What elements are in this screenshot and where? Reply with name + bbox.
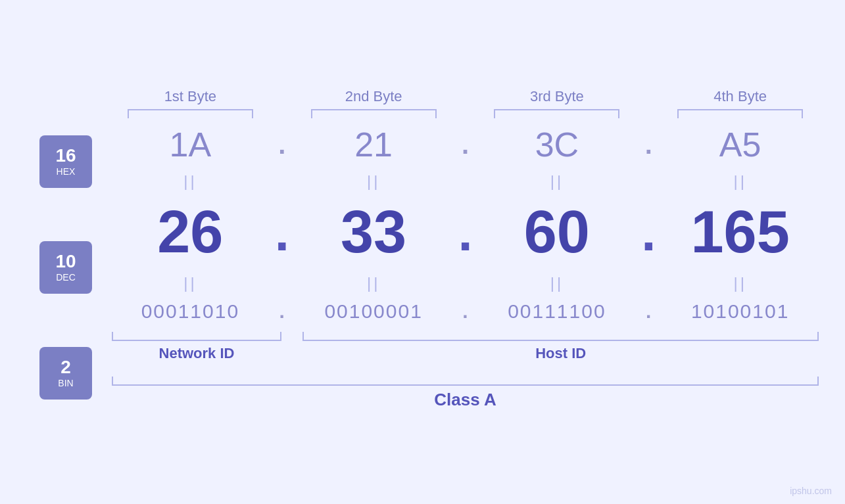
equals-row-1: || || || || <box>112 171 819 192</box>
byte-header-3: 3rd Byte <box>479 88 636 118</box>
dot-hex-3: . <box>635 130 662 160</box>
host-id-bracket <box>302 332 819 341</box>
values-section: 1A . 21 . 3C . A5 || || || || 26 <box>112 118 819 416</box>
hex-value-4: A5 <box>662 125 819 164</box>
bin-value-2: 00100001 <box>295 300 452 323</box>
bin-badge: 2 BIN <box>39 347 92 400</box>
equals-row-2: || || || || <box>112 273 819 294</box>
byte-header-2: 2nd Byte <box>295 88 452 118</box>
dec-badge: 10 DEC <box>39 241 92 294</box>
host-id-label: Host ID <box>302 345 819 362</box>
byte-header-4: 4th Byte <box>662 88 819 118</box>
class-row: Class A <box>112 377 819 416</box>
dec-value-1: 26 <box>112 198 269 266</box>
hex-value-1: 1A <box>112 125 269 164</box>
class-bracket <box>112 377 819 386</box>
network-id-label: Network ID <box>112 345 281 362</box>
dec-value-2: 33 <box>295 198 452 266</box>
eq1-4: || <box>662 172 819 191</box>
bin-value-4: 10100101 <box>662 300 819 323</box>
bin-badge-num: 2 <box>60 357 71 378</box>
bottom-bracket-row: Network ID Host ID <box>112 332 819 371</box>
dot-hex-1: . <box>269 130 295 160</box>
watermark: ipshu.com <box>790 486 832 496</box>
dec-value-3: 60 <box>479 198 636 266</box>
labels-column: 16 HEX 10 DEC 2 BIN <box>26 118 112 416</box>
dot-dec-1: . <box>269 202 295 263</box>
eq1-3: || <box>479 172 636 191</box>
main-container: 1st Byte 2nd Byte 3rd Byte 4th Byte <box>0 0 845 504</box>
eq2-4: || <box>662 274 819 292</box>
dot-dec-3: . <box>635 202 662 263</box>
dot-bin-1: . <box>269 300 295 323</box>
dec-value-4: 165 <box>662 198 819 266</box>
bin-value-3: 00111100 <box>479 300 636 323</box>
eq2-2: || <box>295 274 452 292</box>
bin-value-1: 00011010 <box>112 300 269 323</box>
dec-badge-num: 10 <box>55 252 76 272</box>
hex-row: 1A . 21 . 3C . A5 <box>112 118 819 171</box>
hex-badge: 16 HEX <box>39 135 92 188</box>
dec-badge-label: DEC <box>56 272 76 283</box>
eq1-2: || <box>295 172 452 191</box>
class-label: Class A <box>112 390 819 410</box>
bin-row: 00011010 . 00100001 . 00111100 . 1010010… <box>112 294 819 329</box>
byte-header-1: 1st Byte <box>112 88 269 118</box>
dot-hex-2: . <box>452 130 479 160</box>
network-id-bracket <box>112 332 281 341</box>
dot-bin-3: . <box>635 300 662 323</box>
bin-badge-label: BIN <box>58 378 73 388</box>
dot-bin-2: . <box>452 300 479 323</box>
hex-value-2: 21 <box>295 125 452 164</box>
eq2-3: || <box>479 274 636 292</box>
hex-badge-label: HEX <box>57 166 76 177</box>
eq2-1: || <box>112 274 269 292</box>
eq1-1: || <box>112 172 269 191</box>
dec-row: 26 . 33 . 60 . 165 <box>112 192 819 273</box>
hex-value-3: 3C <box>479 125 636 164</box>
main-grid: 16 HEX 10 DEC 2 BIN 1A . 21 . 3C <box>26 118 819 416</box>
dot-dec-2: . <box>452 202 479 263</box>
hex-badge-num: 16 <box>55 146 76 166</box>
